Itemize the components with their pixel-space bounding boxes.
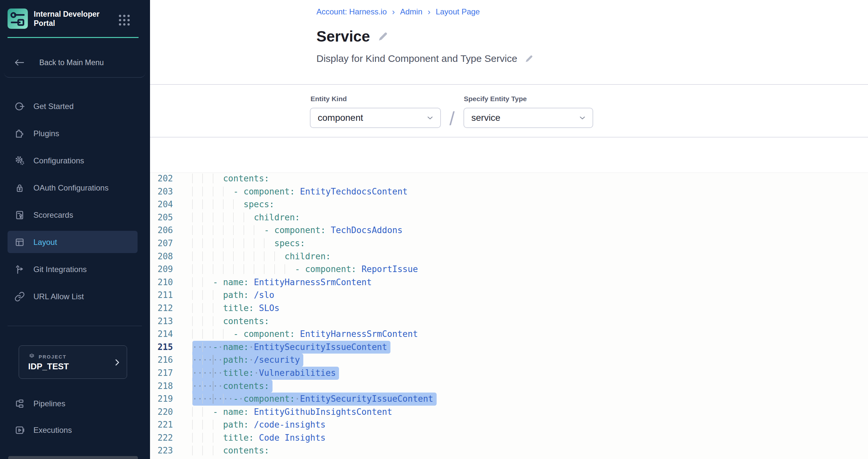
back-to-main-menu-button[interactable]: Back to Main Menu	[4, 48, 146, 77]
sidebar-item-url-allow-list[interactable]: URL Allow List	[0, 283, 150, 310]
project-kicker: PROJECT	[28, 353, 66, 360]
sidebar-item-plugins[interactable]: Plugins	[0, 120, 150, 147]
line-number: 206	[158, 224, 192, 237]
code-line-text: title: SLOs	[192, 302, 279, 315]
sidebar-item-pipelines[interactable]: Pipelines	[0, 390, 150, 417]
code-line-text: contents:	[192, 315, 269, 328]
code-line[interactable]: 223 contents:	[158, 444, 437, 457]
line-number: 217	[158, 367, 192, 380]
code-line[interactable]: 203 - component: EntityTechdocsContent	[158, 185, 437, 198]
kind-type-separator: /	[444, 107, 460, 130]
code-line[interactable]: 222 title: Code Insights	[158, 431, 437, 445]
code-line[interactable]: 204 specs:	[158, 198, 437, 211]
code-line[interactable]: 209 - component: ReportIssue	[158, 263, 437, 276]
layers-icon	[28, 353, 35, 360]
page-title: Service	[316, 28, 370, 45]
code-line-text: children:	[192, 250, 331, 263]
entity-type-label: Specify Entity Type	[464, 95, 527, 103]
code-line-text: contents:	[192, 172, 269, 185]
breadcrumb-link[interactable]: Layout Page	[436, 7, 480, 17]
sidebar-item-get-started[interactable]: Get Started	[0, 93, 150, 120]
sidebar-item-label: Get Started	[33, 102, 74, 111]
sidebar-item-oauth-configurations[interactable]: OAuth Configurations	[0, 174, 150, 201]
code-line-text: title: Code Insights	[192, 431, 326, 445]
breadcrumb-separator: ›	[392, 8, 395, 16]
code-line[interactable]: 207 specs:	[158, 237, 437, 250]
breadcrumb-separator: ›	[428, 8, 430, 16]
logo-row: Internal Developer Portal	[7, 8, 112, 29]
entity-type-value: service	[471, 112, 578, 123]
app-title: Internal Developer Portal	[34, 9, 112, 28]
line-number: 216	[158, 354, 192, 367]
configurations-icon	[14, 156, 25, 166]
sidebar-item-label: URL Allow List	[33, 292, 84, 301]
code-line[interactable]: 216······path:·/security	[158, 354, 437, 367]
code-line-text: ········-·component:·EntitySecurityIssue…	[192, 393, 437, 406]
project-selector[interactable]: PROJECT IDP_TEST	[19, 346, 127, 379]
line-number: 223	[158, 444, 192, 457]
sidebar-item-configurations[interactable]: Configurations	[0, 147, 150, 174]
line-number: 213	[158, 315, 192, 328]
chevron-right-icon	[113, 358, 121, 367]
chevron-down-icon	[426, 113, 434, 122]
code-line-text: - name: EntityGithubInsightsContent	[192, 406, 393, 419]
back-to-main-menu-label: Back to Main Menu	[39, 58, 104, 67]
code-line[interactable]: 211 path: /slo	[158, 289, 437, 302]
yaml-code-editor[interactable]: 202 contents:203 - component: EntityTech…	[150, 172, 868, 459]
horizontal-scrollbar[interactable]	[8, 456, 138, 459]
code-line[interactable]: 213 contents:	[158, 315, 437, 328]
entity-kind-dropdown[interactable]: component	[310, 108, 441, 128]
code-line-text: - component: ReportIssue	[192, 263, 418, 276]
code-line-text: path: /code-insights	[192, 418, 326, 431]
line-number: 220	[158, 406, 192, 419]
sidebar-item-scorecards[interactable]: Scorecards	[0, 201, 150, 229]
breadcrumb-link[interactable]: Account: Harness.io	[316, 7, 387, 17]
sidebar-item-label: Plugins	[33, 129, 59, 138]
code-line-text: - name: EntityHarnessSrmContent	[192, 276, 372, 289]
code-line[interactable]: 205 children:	[158, 211, 437, 224]
sidebar-item-label: Pipelines	[33, 399, 65, 408]
code-line[interactable]: 214 - component: EntityHarnessSrmContent	[158, 328, 437, 341]
code-area: 202 contents:203 - component: EntityTech…	[158, 172, 437, 457]
sidebar-nav: Get StartedPluginsConfigurationsOAuth Co…	[0, 93, 150, 310]
code-line[interactable]: 219········-·component:·EntitySecurityIs…	[158, 393, 437, 406]
sidebar-item-layout[interactable]: Layout	[0, 229, 150, 256]
code-line-text: specs:	[192, 198, 275, 211]
line-number: 204	[158, 198, 192, 211]
code-line[interactable]: 217······title:·Vulnerabilities	[158, 367, 437, 380]
sidebar-item-executions[interactable]: Executions	[0, 417, 150, 443]
code-line-text: ······title:·Vulnerabilities	[192, 367, 339, 380]
code-line[interactable]: 218······contents:	[158, 380, 437, 393]
edit-title-pencil-icon[interactable]	[377, 31, 389, 42]
page-subtitle: Display for Kind Component and Type Serv…	[316, 53, 517, 64]
sidebar-item-label: Git Integrations	[33, 265, 87, 274]
line-number: 222	[158, 431, 192, 445]
code-line[interactable]: 221 path: /code-insights	[158, 418, 437, 431]
line-number: 205	[158, 211, 192, 224]
entity-type-dropdown[interactable]: service	[463, 108, 593, 128]
pipelines-icon	[14, 398, 25, 409]
sidebar: Internal Developer Portal Back to Main M…	[0, 0, 150, 459]
sidebar-bottom-nav: PipelinesExecutions	[0, 390, 150, 443]
sidebar-item-git-integrations[interactable]: Git Integrations	[0, 256, 150, 283]
code-line[interactable]: 202 contents:	[158, 172, 437, 185]
apps-grid-icon[interactable]	[119, 15, 130, 26]
section-divider	[150, 137, 868, 137]
breadcrumb-link[interactable]: Admin	[400, 7, 422, 17]
breadcrumb: Account: Harness.io›Admin›Layout Page	[316, 7, 480, 17]
code-line[interactable]: 220 - name: EntityGithubInsightsContent	[158, 406, 437, 419]
code-line[interactable]: 210 - name: EntityHarnessSrmContent	[158, 276, 437, 289]
sidebar-item-label: Scorecards	[33, 210, 73, 220]
plugins-icon	[14, 128, 25, 139]
code-line-text: - component: EntityHarnessSrmContent	[192, 328, 418, 341]
line-number: 219	[158, 393, 192, 406]
code-line[interactable]: 212 title: SLOs	[158, 302, 437, 315]
code-line[interactable]: 206 - component: TechDocsAddons	[158, 224, 437, 237]
code-line[interactable]: 208 children:	[158, 250, 437, 263]
edit-subtitle-pencil-icon[interactable]	[524, 54, 534, 63]
line-number: 214	[158, 328, 192, 341]
line-number: 203	[158, 185, 192, 198]
code-line-text: ····-·name:·EntitySecurityIssueContent	[192, 341, 391, 354]
code-line[interactable]: 215····-·name:·EntitySecurityIssueConten…	[158, 341, 437, 354]
sidebar-item-label: Layout	[33, 238, 57, 247]
